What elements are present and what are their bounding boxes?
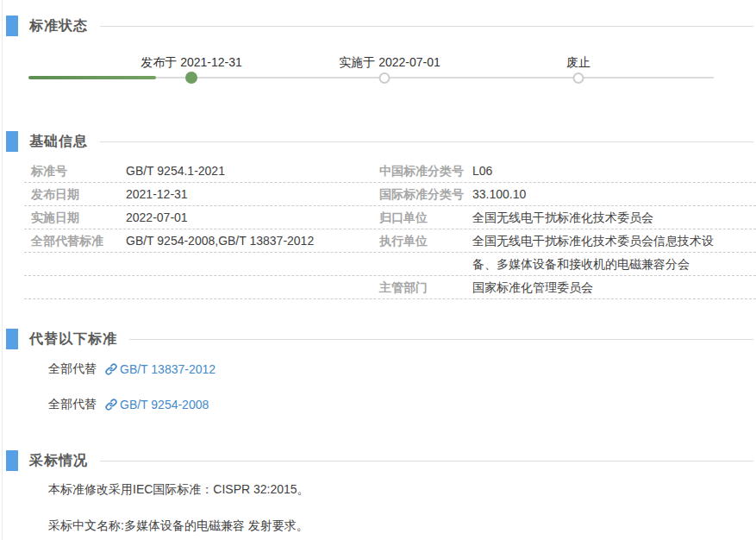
centralized-unit-link[interactable]: 全国无线电干扰标准化技术委员会 [472, 206, 653, 229]
field-value-standard-no: GB/T 9254.1-2021 [126, 160, 225, 182]
section-header-adoption: 采标情况 [6, 450, 753, 471]
standard-detail-page: 标准状态 发布于 2021-12-31 实施于 2022-07-01 废止 基础… [2, 0, 756, 540]
section-marker-icon [6, 16, 18, 36]
table-row: 主管部门 国家标准化管理委员会 [379, 276, 756, 299]
section-header-status: 标准状态 [6, 16, 753, 36]
field-label-ics: 国际标准分类号 [379, 183, 472, 206]
section-divider [129, 339, 753, 340]
basic-info-table: 标准号 GB/T 9254.1-2021 发布日期 2021-12-31 实施日… [24, 160, 756, 299]
replaced-standard-link[interactable]: GB/T 13837-2012 [120, 362, 216, 376]
field-label-executing-unit: 执行单位 [379, 229, 472, 253]
field-value-ccs: L06 [472, 160, 492, 183]
section-marker-icon [6, 450, 18, 471]
timeline-label-implemented: 实施于 2022-07-01 [339, 55, 440, 71]
table-row: 归口单位 全国无线电干扰标准化技术委员会 [379, 206, 756, 229]
field-label-centralized-unit: 归口单位 [379, 206, 472, 229]
field-label-replaced-standards: 全部代替标准 [31, 229, 103, 252]
section-marker-icon [6, 131, 18, 152]
timeline-label-published: 发布于 2021-12-31 [141, 55, 242, 71]
field-value-publish-date: 2021-12-31 [126, 183, 188, 205]
section-title-basic: 基础信息 [29, 133, 88, 151]
timeline-dot-published [185, 72, 197, 84]
field-label-competent-dept: 主管部门 [379, 276, 472, 299]
executing-unit-link[interactable]: 全国无线电干扰标准化技术委员会信息技术设备、多媒体设备和接收机的电磁兼容分会 [472, 229, 724, 276]
basic-info-right-column: 中国标准分类号 L06 国际标准分类号 33.100.10 归口单位 全国无线电… [379, 160, 756, 299]
section-divider [100, 141, 753, 142]
link-icon [104, 398, 118, 411]
section-title-adoption: 采标情况 [29, 452, 88, 470]
replace-type-label: 全部代替 [48, 397, 97, 412]
section-title-replaces: 代替以下标准 [29, 330, 117, 348]
replaced-standard-item: 全部代替 GB/T 13837-2012 [48, 361, 216, 378]
table-row: 国际标准分类号 33.100.10 [379, 183, 756, 206]
replaced-standard-link[interactable]: GB/T 9254-2008 [120, 398, 209, 411]
table-row: 执行单位 全国无线电干扰标准化技术委员会信息技术设备、多媒体设备和接收机的电磁兼… [379, 229, 756, 276]
field-value-ics: 33.100.10 [472, 183, 526, 206]
section-header-basic: 基础信息 [6, 131, 753, 152]
section-divider [100, 461, 753, 462]
field-value-implement-date: 2022-07-01 [126, 206, 188, 229]
field-label-implement-date: 实施日期 [31, 206, 79, 229]
timeline-dot-abolished [573, 72, 584, 84]
competent-dept-link[interactable]: 国家标准化管理委员会 [472, 276, 593, 299]
field-label-standard-no: 标准号 [31, 160, 67, 182]
timeline-label-abolished: 废止 [566, 55, 590, 71]
link-icon [104, 362, 118, 376]
section-marker-icon [6, 329, 18, 349]
field-label-publish-date: 发布日期 [31, 183, 79, 205]
section-header-replaces: 代替以下标准 [6, 329, 753, 349]
field-value-replaced-standards: GB/T 9254-2008,GB/T 13837-2012 [126, 229, 314, 252]
section-title-status: 标准状态 [29, 17, 88, 35]
table-row: 中国标准分类号 L06 [379, 160, 756, 183]
replaced-standard-item: 全部代替 GB/T 9254-2008 [48, 396, 209, 413]
adoption-note-iec: 本标准修改采用IEC国际标准：CISPR 32:2015。 [48, 481, 309, 497]
timeline-dot-implemented [379, 72, 390, 84]
replace-type-label: 全部代替 [48, 361, 97, 377]
section-divider [100, 26, 753, 27]
adoption-note-chinese-name: 采标中文名称:多媒体设备的电磁兼容 发射要求。 [48, 518, 309, 533]
field-label-ccs: 中国标准分类号 [379, 160, 472, 183]
timeline-progress-bar [28, 76, 156, 79]
